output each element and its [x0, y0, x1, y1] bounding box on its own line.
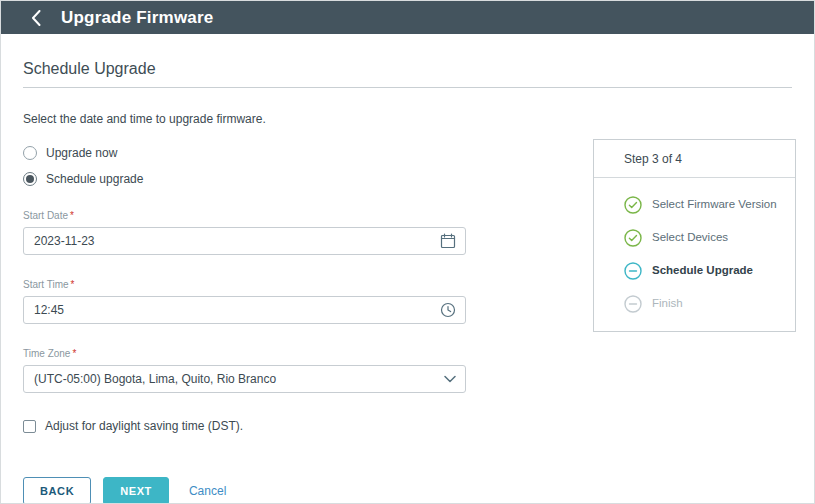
back-button[interactable] [25, 7, 47, 29]
radio-dot [26, 175, 34, 183]
time-zone-select-wrap: (UTC-05:00) Bogota, Lima, Quito, Rio Bra… [23, 365, 466, 393]
page-title: Upgrade Firmware [61, 8, 213, 28]
start-time-label: Start Time* [23, 279, 466, 290]
step-status-icon [624, 196, 642, 214]
steps-panel-title: Step 3 of 4 [594, 140, 795, 178]
time-zone-field-group: Time Zone* (UTC-05:00) Bogota, Lima, Qui… [23, 348, 466, 393]
step-item-select-firmware-version: Select Firmware Version [624, 196, 781, 214]
dst-checkbox-label: Adjust for daylight saving time (DST). [45, 419, 243, 433]
start-time-input-wrap [23, 296, 466, 324]
step-label: Select Devices [652, 229, 728, 245]
back-button-footer[interactable]: BACK [23, 477, 91, 504]
clock-icon[interactable] [440, 302, 456, 318]
steps-panel: Step 3 of 4 Select Firmware Version [593, 139, 796, 332]
step-item-schedule-upgrade: Schedule Upgrade [624, 262, 781, 280]
radio-schedule-upgrade[interactable]: Schedule upgrade [23, 166, 466, 192]
step-item-finish: Finish [624, 295, 781, 313]
start-time-input[interactable] [23, 296, 466, 324]
steps-list: Select Firmware Version Select Devices [594, 178, 795, 331]
footer-actions: BACK NEXT Cancel [23, 477, 466, 504]
chevron-left-icon [31, 10, 41, 26]
start-date-input[interactable] [23, 227, 466, 255]
dst-checkbox-row[interactable]: Adjust for daylight saving time (DST). [23, 419, 466, 433]
upgrade-firmware-page: Upgrade Firmware Schedule Upgrade Select… [0, 0, 815, 504]
start-date-input-wrap [23, 227, 466, 255]
calendar-icon[interactable] [440, 233, 456, 249]
step-status-icon [624, 229, 642, 247]
step-label: Select Firmware Version [652, 196, 777, 212]
dash-circle-icon [624, 262, 642, 280]
radio-upgrade-now[interactable]: Upgrade now [23, 140, 466, 166]
label-text: Start Time [23, 279, 69, 290]
required-mark: * [70, 210, 74, 221]
next-button[interactable]: NEXT [103, 477, 169, 504]
time-zone-label: Time Zone* [23, 348, 466, 359]
start-time-field-group: Start Time* [23, 279, 466, 324]
step-label: Schedule Upgrade [652, 262, 753, 278]
label-text: Start Date [23, 210, 68, 221]
label-text: Time Zone [23, 348, 70, 359]
page-header: Upgrade Firmware [1, 1, 814, 34]
step-label: Finish [652, 295, 683, 311]
start-date-field-group: Start Date* [23, 210, 466, 255]
time-zone-value: (UTC-05:00) Bogota, Lima, Quito, Rio Bra… [34, 372, 276, 386]
section-title: Schedule Upgrade [23, 60, 792, 88]
radio-label: Schedule upgrade [46, 172, 143, 186]
step-item-select-devices: Select Devices [624, 229, 781, 247]
dash-circle-icon [624, 295, 642, 313]
required-mark: * [72, 348, 76, 359]
checkbox-icon[interactable] [23, 420, 36, 433]
check-circle-icon [624, 229, 642, 247]
upgrade-mode-radio-group: Upgrade now Schedule upgrade [23, 140, 466, 192]
content-area: Schedule Upgrade Select the date and tim… [1, 34, 814, 504]
form-column: Select the date and time to upgrade firm… [23, 112, 466, 504]
start-date-label: Start Date* [23, 210, 466, 221]
step-status-icon [624, 262, 642, 280]
radio-icon [23, 172, 37, 186]
cancel-link[interactable]: Cancel [189, 484, 226, 498]
step-status-icon [624, 295, 642, 313]
radio-icon [23, 146, 37, 160]
required-mark: * [71, 279, 75, 290]
check-circle-icon [624, 196, 642, 214]
chevron-down-icon[interactable] [444, 375, 456, 383]
radio-label: Upgrade now [46, 146, 117, 160]
time-zone-select[interactable]: (UTC-05:00) Bogota, Lima, Quito, Rio Bra… [23, 365, 466, 393]
instruction-text: Select the date and time to upgrade firm… [23, 112, 466, 126]
